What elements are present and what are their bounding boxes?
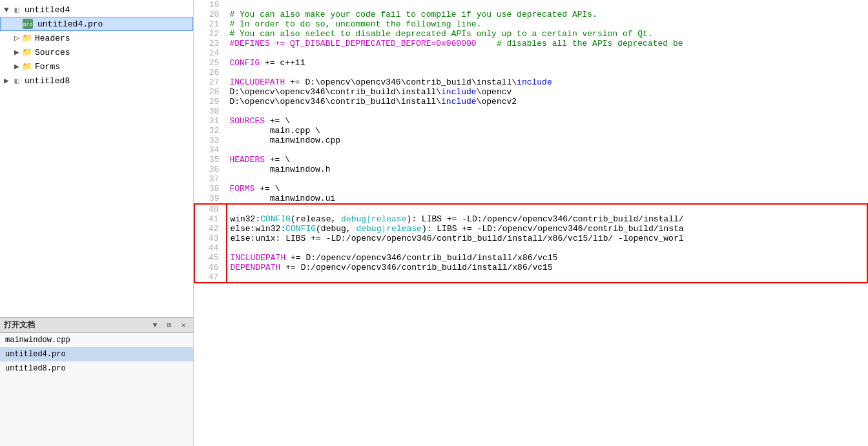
code-line-20: 20# You can also make your code fail to … bbox=[194, 10, 867, 19]
tree-label-untitled8: untitled8 bbox=[25, 76, 70, 86]
code-line-19: 19 bbox=[194, 0, 867, 10]
line-content[interactable]: FORMS += \ bbox=[227, 184, 867, 194]
line-content[interactable] bbox=[227, 68, 867, 77]
folder-icon: 📁 bbox=[22, 33, 32, 43]
line-number: 24 bbox=[194, 48, 227, 58]
line-number: 25 bbox=[194, 58, 227, 68]
line-content[interactable] bbox=[227, 106, 867, 116]
line-content[interactable]: win32:CONFIG(release, debug|release): LI… bbox=[227, 214, 867, 224]
code-line-44: 44 bbox=[194, 243, 867, 253]
code-line-34: 34 bbox=[194, 145, 867, 155]
tree-item-untitled4-pro[interactable]: ▶ pro untitled4.pro bbox=[0, 17, 193, 31]
open-files-panel: 打开文档 ▼ ⊞ ✕ mainwindow.cpp untitled4.pro … bbox=[0, 317, 193, 446]
line-number: 37 bbox=[194, 174, 227, 184]
code-line-30: 30 bbox=[194, 106, 867, 116]
open-files-list: mainwindow.cpp untitled4.pro untitled8.p… bbox=[0, 333, 193, 446]
line-content[interactable]: main.cpp \ bbox=[227, 126, 867, 136]
tree-label-sources: Sources bbox=[35, 48, 70, 57]
line-number: 29 bbox=[194, 97, 227, 106]
line-content[interactable] bbox=[227, 243, 867, 253]
open-file-untitled4pro[interactable]: untitled4.pro bbox=[0, 347, 193, 361]
tree-item-headers[interactable]: ▷ 📁 Headers bbox=[0, 31, 193, 45]
close-icon[interactable]: ✕ bbox=[178, 319, 189, 331]
code-line-29: 29D:\opencv\opencv346\contrib_build\inst… bbox=[194, 97, 867, 106]
project-icon: ◧ bbox=[12, 5, 22, 15]
line-content[interactable]: DEPENDPATH += D:/opencv/opencv346/contri… bbox=[227, 263, 867, 272]
project-icon-untitled8: ◧ bbox=[12, 76, 22, 86]
line-number: 22 bbox=[194, 29, 227, 39]
line-content[interactable]: D:\opencv\opencv346\contrib_build\instal… bbox=[227, 87, 867, 97]
line-content[interactable]: # You can also select to disable depreca… bbox=[227, 29, 867, 39]
open-files-header-icons: ▼ ⊞ ✕ bbox=[149, 319, 189, 331]
expand-arrow-forms: ▶ bbox=[13, 63, 21, 70]
tree-item-forms[interactable]: ▶ 📁 Forms bbox=[0, 59, 193, 74]
line-content[interactable]: mainwindow.h bbox=[227, 165, 867, 174]
line-number: 45 bbox=[194, 253, 227, 263]
grid-icon[interactable]: ⊞ bbox=[163, 319, 175, 331]
line-number: 46 bbox=[194, 263, 227, 272]
line-content[interactable]: CONFIG += c++11 bbox=[227, 58, 867, 68]
line-content[interactable] bbox=[227, 272, 867, 283]
tree-item-sources[interactable]: ▶ 📁 Sources bbox=[0, 45, 193, 59]
expand-arrow-headers: ▷ bbox=[13, 34, 21, 42]
line-content[interactable]: else:unix: LIBS += -LD:/opencv/opencv346… bbox=[227, 234, 867, 243]
code-container[interactable]: 1920# You can also make your code fail t… bbox=[194, 0, 868, 446]
line-number: 23 bbox=[194, 39, 227, 48]
line-number: 41 bbox=[194, 214, 227, 224]
line-content[interactable] bbox=[227, 174, 867, 184]
line-content[interactable] bbox=[227, 0, 867, 10]
line-content[interactable]: INCLUDEPATH += D:/opencv/opencv346/contr… bbox=[227, 253, 867, 263]
line-content[interactable]: else:win32:CONFIG(debug, debug|release):… bbox=[227, 224, 867, 234]
line-content[interactable]: # You can also make your code fail to co… bbox=[227, 10, 867, 19]
line-number: 31 bbox=[194, 116, 227, 126]
line-content[interactable]: #DEFINES += QT_DISABLE_DEPRECATED_BEFORE… bbox=[227, 39, 867, 48]
pro-icon: pro bbox=[23, 19, 33, 29]
line-number: 28 bbox=[194, 87, 227, 97]
open-file-untitled8pro[interactable]: untitled8.pro bbox=[0, 361, 193, 376]
code-line-37: 37 bbox=[194, 174, 867, 184]
line-content[interactable]: D:\opencv\opencv346\contrib_build\instal… bbox=[227, 97, 867, 106]
code-line-35: 35HEADERS += \ bbox=[194, 155, 867, 165]
line-content[interactable]: SOURCES += \ bbox=[227, 116, 867, 126]
expand-arrow-untitled8: ▶ bbox=[3, 77, 10, 85]
line-number: 40 bbox=[194, 204, 227, 214]
line-number: 26 bbox=[194, 68, 227, 77]
code-line-42: 42else:win32:CONFIG(debug, debug|release… bbox=[194, 224, 867, 234]
line-content[interactable]: INCLUDEPATH += D:\opencv\opencv346\contr… bbox=[227, 77, 867, 87]
line-content[interactable] bbox=[227, 145, 867, 155]
open-file-label: untitled4.pro bbox=[5, 350, 66, 359]
line-number: 27 bbox=[194, 77, 227, 87]
code-line-41: 41win32:CONFIG(release, debug|release): … bbox=[194, 214, 867, 224]
line-number: 33 bbox=[194, 136, 227, 145]
code-line-28: 28D:\opencv\opencv346\contrib_build\inst… bbox=[194, 87, 867, 97]
tree-label: Headers bbox=[35, 34, 70, 43]
line-number: 35 bbox=[194, 155, 227, 165]
open-files-title: 打开文档 bbox=[4, 319, 35, 330]
tree-item-untitled8[interactable]: ▶ ◧ untitled8 bbox=[0, 74, 193, 88]
tree-label: untitled4 bbox=[25, 5, 70, 15]
open-file-mainwindow[interactable]: mainwindow.cpp bbox=[0, 333, 193, 347]
line-number: 32 bbox=[194, 126, 227, 136]
open-file-label: mainwindow.cpp bbox=[5, 336, 70, 345]
code-line-21: 21# In order to do so, uncomment the fol… bbox=[194, 19, 867, 29]
code-line-40: 40 bbox=[194, 204, 867, 214]
line-content[interactable]: HEADERS += \ bbox=[227, 155, 867, 165]
line-content[interactable] bbox=[227, 204, 867, 214]
line-number: 36 bbox=[194, 165, 227, 174]
code-line-38: 38FORMS += \ bbox=[194, 184, 867, 194]
line-content[interactable]: mainwindow.ui bbox=[227, 194, 867, 204]
expand-arrow-sources: ▶ bbox=[13, 48, 21, 56]
line-content[interactable]: mainwindow.cpp bbox=[227, 136, 867, 145]
tree-item-untitled4[interactable]: ▼ ◧ untitled4 bbox=[0, 3, 193, 17]
code-table: 1920# You can also make your code fail t… bbox=[194, 0, 868, 283]
line-number: 34 bbox=[194, 145, 227, 155]
code-line-45: 45INCLUDEPATH += D:/opencv/opencv346/con… bbox=[194, 253, 867, 263]
collapse-icon[interactable]: ▼ bbox=[149, 319, 161, 331]
line-content[interactable]: # In order to do so, uncomment the follo… bbox=[227, 19, 867, 29]
code-line-47: 47 bbox=[194, 272, 867, 283]
open-file-label: untitled8.pro bbox=[5, 364, 66, 373]
line-content[interactable] bbox=[227, 48, 867, 58]
line-number: 30 bbox=[194, 106, 227, 116]
line-number: 39 bbox=[194, 194, 227, 204]
editor-area: 1920# You can also make your code fail t… bbox=[194, 0, 868, 446]
